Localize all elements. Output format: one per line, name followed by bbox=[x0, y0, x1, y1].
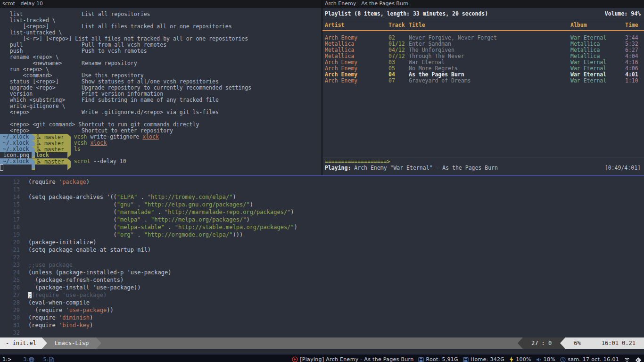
workspace-label: 3: bbox=[23, 356, 28, 362]
line-number: 13 bbox=[0, 186, 20, 193]
editor-line[interactable]: 22 bbox=[0, 254, 644, 261]
disk-icon bbox=[418, 357, 424, 362]
now-playing-text: Arch Enemy "War Eternal" - As the Pages … bbox=[351, 165, 498, 172]
terminal-cursor bbox=[0, 165, 3, 171]
playlist-row[interactable]: Arch Enemy03War EternalWar Eternal4:16 bbox=[322, 59, 644, 66]
terminal-line bbox=[0, 165, 322, 171]
editor-line[interactable]: 21(setq package-enable-at-startup nil) bbox=[0, 246, 644, 254]
line-number: 28 bbox=[0, 299, 20, 306]
powerline-arrow-icon bbox=[518, 337, 523, 349]
editor-line[interactable]: 25 (package-refresh-contents) bbox=[0, 276, 644, 284]
now-playing-row: Playing: Arch Enemy "War Eternal" - As t… bbox=[325, 165, 641, 172]
editor-line[interactable]: 12(require 'package) bbox=[0, 178, 644, 186]
editor-line[interactable]: 18 ("melpa-stable" . "http://stable.melp… bbox=[0, 223, 644, 231]
editor-line[interactable]: 17 ("melpa" . "http://melpa.org/packages… bbox=[0, 216, 644, 223]
modeline-filler bbox=[101, 337, 518, 349]
playlist-summary: Playlist (8 items, length: 33 minutes, 2… bbox=[325, 11, 488, 17]
editor-line[interactable]: 27;(require 'use-package) bbox=[0, 291, 644, 299]
volume-indicator: Volume: 94% bbox=[605, 11, 641, 17]
column-artist: Artist bbox=[325, 22, 388, 29]
playlist: Arch Enemy02Never Forgive, Never ForgetW… bbox=[322, 35, 644, 84]
playlist-column-headers: Artist Track Title Album Time bbox=[322, 22, 644, 29]
emacs-minibuffer[interactable] bbox=[0, 349, 644, 354]
globe-icon bbox=[29, 357, 34, 362]
playlist-row[interactable]: Arch Enemy07Graveyard of DreamsWar Etern… bbox=[322, 78, 644, 84]
line-number: 29 bbox=[0, 306, 20, 314]
line-number: 32 bbox=[0, 329, 20, 337]
disk-home: Home: 342G bbox=[463, 356, 504, 362]
playlist-row[interactable]: Metallica07/12Through The NeverMetallica… bbox=[322, 53, 644, 59]
modeline-percent: 6% bbox=[574, 337, 580, 349]
line-number: 15 bbox=[0, 201, 20, 208]
editor-line[interactable]: 32 bbox=[0, 329, 644, 337]
line-number: 24 bbox=[0, 269, 20, 276]
editor-line[interactable]: 13 bbox=[0, 186, 644, 193]
editor-line[interactable]: 16 ("marmalade" . "http://marmalade-repo… bbox=[0, 208, 644, 216]
emacs-window[interactable]: 12(require 'package)1314(setq package-ar… bbox=[0, 176, 644, 354]
playlist-row[interactable]: Arch Enemy02Never Forgive, Never ForgetW… bbox=[322, 35, 644, 41]
play-icon bbox=[292, 356, 298, 362]
line-number: 25 bbox=[0, 276, 20, 284]
terminal-line: <repo> Write .gitignore.d/<repo> via git… bbox=[0, 109, 322, 115]
editor-line[interactable]: 31(require 'bind-key) bbox=[0, 321, 644, 329]
editor-line[interactable]: 20(package-initialize) bbox=[0, 239, 644, 246]
terminal-window[interactable]: scrot --delay 10 list List all repositor… bbox=[0, 0, 322, 175]
editor-line[interactable]: 24(unless (package-installed-p 'use-pack… bbox=[0, 269, 644, 276]
editor-line[interactable]: 23;;use package bbox=[0, 261, 644, 269]
editor-line[interactable]: 29 (require 'use-package)) bbox=[0, 306, 644, 314]
play-state-label: Playing: bbox=[325, 165, 351, 172]
modeline-major-mode[interactable]: Emacs-Lisp bbox=[47, 337, 96, 349]
workspace-1[interactable]: 1:>_ bbox=[2, 356, 15, 362]
tray-app-icon[interactable] bbox=[635, 356, 642, 362]
editor-line[interactable]: 14(setq package-archives '(("ELPA" . "ht… bbox=[0, 193, 644, 201]
player-titlebar: Arch Enemy - As the Pages Burn bbox=[322, 0, 644, 8]
workspace-switcher: 1:>_ 3: 5: bbox=[2, 356, 62, 362]
playlist-row[interactable]: Metallica01/12Enter SandmanMetallica5:32 bbox=[322, 41, 644, 47]
terminal-body[interactable]: list List all repositories list-tracked … bbox=[0, 8, 322, 175]
track-position: [0:49/4:01] bbox=[605, 165, 641, 172]
editor-line[interactable]: 15 ("gnu" . "http://elpa.gnu.org/package… bbox=[0, 201, 644, 208]
battery-status: 100% bbox=[509, 356, 531, 362]
document-icon bbox=[49, 357, 54, 362]
line-number: 30 bbox=[0, 314, 20, 321]
powerline-arrow-icon bbox=[42, 337, 47, 349]
disk-icon bbox=[463, 357, 469, 362]
terminal-line: ~/.xlock master vcsh write-gitignore xlo… bbox=[0, 134, 322, 140]
wifi-icon[interactable] bbox=[624, 357, 630, 362]
disk-root: Root: 5,91G bbox=[418, 356, 458, 362]
player-status-area: ===================> Playing: Arch Enemy… bbox=[322, 157, 644, 172]
now-playing-status: [Playing] Arch Enemy - As the Pages Burn bbox=[292, 356, 413, 362]
workspace-3[interactable]: 3: bbox=[23, 356, 34, 362]
line-number: 26 bbox=[0, 284, 20, 291]
playlist-info-row: Playlist (8 items, length: 33 minutes, 2… bbox=[322, 8, 644, 19]
terminal-titlebar: scrot --delay 10 bbox=[0, 0, 322, 8]
editor-line[interactable]: 19 ("org" . "http://orgmode.org/elpa/"))… bbox=[0, 231, 644, 239]
workspace-5[interactable]: 5: bbox=[43, 356, 53, 362]
terminal-line: icon.png lock bbox=[0, 152, 322, 158]
workspace-label: 1: bbox=[2, 356, 8, 362]
playlist-row[interactable]: Metallica04/12The UnforgivenMetallica6:2… bbox=[322, 47, 644, 53]
player-title: Arch Enemy - As the Pages Burn bbox=[325, 0, 408, 7]
column-title: Title bbox=[409, 22, 570, 29]
line-number: 27 bbox=[0, 291, 20, 299]
powerline-arrow-icon bbox=[560, 337, 565, 349]
column-album: Album bbox=[570, 22, 625, 29]
terminal-line: <repo> Shortcut to enter repository bbox=[0, 128, 322, 134]
line-number: 20 bbox=[0, 239, 20, 246]
powerline-arrow-icon bbox=[96, 337, 101, 349]
editor-line[interactable]: 28(eval-when-compile bbox=[0, 299, 644, 306]
line-number: 31 bbox=[0, 321, 20, 329]
workspace-label: 5: bbox=[43, 356, 48, 362]
system-bar: 1:>_ 3: 5: [Playing] Arch Enemy - As the… bbox=[0, 354, 644, 362]
music-player-window[interactable]: Arch Enemy - As the Pages Burn Playlist … bbox=[322, 0, 644, 175]
clock-icon bbox=[560, 357, 566, 362]
editor-buffer[interactable]: 12(require 'package)1314(setq package-ar… bbox=[0, 176, 644, 337]
modeline-right-segment: 6% 16:01 0.21 bbox=[565, 337, 644, 349]
editor-line[interactable]: 30(require 'diminish) bbox=[0, 314, 644, 321]
line-number: 23 bbox=[0, 261, 20, 269]
playlist-row-current[interactable]: Arch Enemy04As the Pages BurnWar Eternal… bbox=[322, 72, 644, 78]
editor-line[interactable]: 26 (package-install 'use-package)) bbox=[0, 284, 644, 291]
modeline-buffer-name: - init.el bbox=[0, 337, 42, 349]
playlist-row[interactable]: Arch Enemy05No More RegretsWar Eternal4:… bbox=[322, 66, 644, 72]
desktop: scrot --delay 10 list List all repositor… bbox=[0, 0, 644, 362]
